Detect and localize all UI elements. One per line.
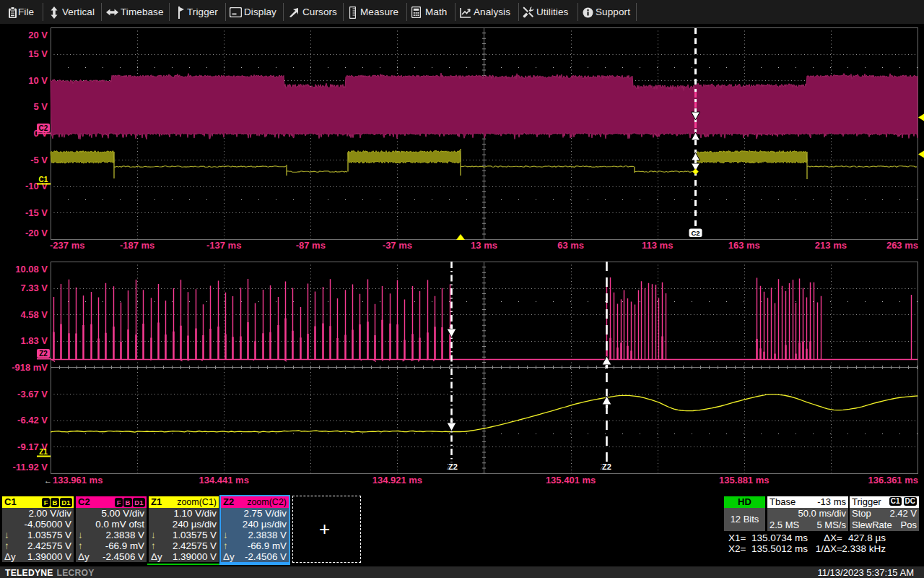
svg-text:13 ms: 13 ms	[471, 240, 497, 251]
svg-text:-918 mV: -918 mV	[12, 362, 48, 373]
svg-text:-6.42 V: -6.42 V	[17, 415, 48, 426]
svg-text:134.921 ms: 134.921 ms	[372, 475, 422, 486]
svg-text:Z2: Z2	[448, 462, 458, 471]
svg-text:213 ms: 213 ms	[815, 240, 847, 251]
svg-text:-37 ms: -37 ms	[383, 240, 412, 251]
svg-text:10.08 V: 10.08 V	[15, 264, 48, 275]
svg-text:Z2: Z2	[602, 462, 611, 471]
svg-text:-137 ms: -137 ms	[206, 240, 241, 251]
svg-text:134.441 ms: 134.441 ms	[199, 475, 248, 486]
svg-text:133.961 ms: 133.961 ms	[53, 475, 103, 486]
svg-text:136.361 ms: 136.361 ms	[868, 475, 918, 486]
svg-text:←: ←	[44, 476, 52, 485]
svg-text:4.58 V: 4.58 V	[20, 309, 48, 320]
svg-text:5 V: 5 V	[33, 101, 48, 112]
svg-text:Z1: Z1	[39, 448, 48, 456]
svg-text:Z2: Z2	[39, 350, 48, 358]
svg-text:C2: C2	[39, 124, 48, 132]
svg-text:20 V: 20 V	[28, 30, 48, 40]
svg-text:135.881 ms: 135.881 ms	[719, 475, 769, 486]
svg-text:63 ms: 63 ms	[557, 240, 584, 251]
svg-text:-3.67 V: -3.67 V	[17, 389, 48, 400]
svg-text:15 V: 15 V	[28, 48, 48, 59]
svg-text:163 ms: 163 ms	[728, 240, 760, 251]
svg-text:113 ms: 113 ms	[642, 240, 673, 251]
svg-text:10 V: 10 V	[28, 75, 48, 86]
svg-text:-5 V: -5 V	[30, 155, 48, 165]
svg-text:C1: C1	[39, 176, 48, 184]
svg-text:263 ms: 263 ms	[886, 240, 918, 251]
svg-text:C2: C2	[691, 229, 699, 237]
svg-text:7.33 V: 7.33 V	[20, 282, 48, 293]
svg-text:-187 ms: -187 ms	[120, 240, 154, 251]
svg-text:1.83 V: 1.83 V	[20, 335, 48, 346]
svg-text:-20 V: -20 V	[25, 228, 48, 238]
svg-text:-11.92 V: -11.92 V	[13, 462, 48, 473]
svg-text:-87 ms: -87 ms	[296, 240, 326, 251]
svg-text:-15 V: -15 V	[25, 207, 48, 218]
svg-text:-237 ms: -237 ms	[50, 240, 84, 251]
svg-text:135.401 ms: 135.401 ms	[546, 475, 596, 486]
